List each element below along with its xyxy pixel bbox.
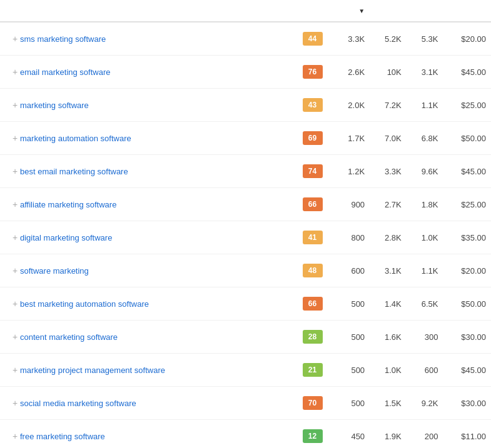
tp-cell: 6.5K — [407, 287, 443, 321]
add-keyword-button[interactable]: + — [10, 431, 20, 441]
gv-cell: 3.3K — [370, 155, 407, 188]
kd-badge: 76 — [303, 65, 323, 79]
table-row: +sms marketing software443.3K5.2K5.3K$20… — [0, 22, 491, 56]
keyword-text: digital marketing software — [20, 233, 112, 242]
tp-cell: 3.1K — [407, 56, 443, 89]
table-row: +marketing software432.0K7.2K1.1K$25.00 — [0, 89, 491, 122]
add-keyword-button[interactable]: + — [10, 199, 20, 209]
gv-cell: 1.6K — [370, 321, 407, 354]
add-keyword-button[interactable]: + — [10, 398, 20, 408]
kd-cell: 66 — [292, 287, 333, 321]
add-keyword-button[interactable]: + — [10, 332, 20, 342]
add-cell: + — [5, 260, 18, 281]
add-keyword-button[interactable]: + — [10, 34, 20, 44]
col-header-keyword[interactable] — [0, 0, 292, 22]
kd-cell: 44 — [292, 22, 333, 56]
cpc-cell: $25.00 — [443, 89, 491, 122]
keyword-cell[interactable]: +software marketing — [0, 254, 292, 287]
tp-cell: 9.6K — [407, 155, 443, 188]
add-keyword-button[interactable]: + — [10, 266, 20, 276]
table-row: +content marketing software285001.6K300$… — [0, 321, 491, 354]
kd-badge: 41 — [303, 231, 323, 244]
col-header-cpc[interactable] — [443, 0, 491, 22]
keyword-text: best email marketing software — [20, 167, 128, 176]
keyword-cell[interactable]: +marketing software — [0, 89, 292, 122]
keyword-cell[interactable]: +free marketing software — [0, 420, 292, 449]
kd-cell: 41 — [292, 221, 333, 254]
add-keyword-button[interactable]: + — [10, 100, 20, 110]
add-cell: + — [5, 392, 18, 414]
keyword-cell[interactable]: +digital marketing software — [0, 221, 292, 254]
tp-cell: 1.1K — [407, 254, 443, 287]
col-header-gv[interactable] — [370, 0, 407, 22]
keyword-table: ▼ +sms marketing software443.3K5.2K5.3K$… — [0, 0, 491, 448]
add-cell: + — [5, 161, 18, 182]
kd-badge: 44 — [303, 32, 323, 46]
add-cell: + — [5, 28, 18, 49]
keyword-cell[interactable]: +content marketing software — [0, 321, 292, 354]
volume-cell: 600 — [333, 254, 370, 287]
add-keyword-button[interactable]: + — [10, 133, 20, 143]
kd-badge: 43 — [303, 98, 323, 112]
add-cell: + — [5, 127, 18, 149]
kd-cell: 28 — [292, 321, 333, 354]
add-keyword-button[interactable]: + — [10, 67, 20, 77]
cpc-cell: $35.00 — [443, 221, 491, 254]
keyword-text: email marketing software — [20, 67, 111, 77]
tp-cell: 600 — [407, 354, 443, 387]
add-cell: + — [5, 227, 18, 248]
gv-cell: 2.7K — [370, 188, 407, 221]
keyword-cell[interactable]: +social media marketing software — [0, 387, 292, 420]
add-keyword-button[interactable]: + — [10, 365, 20, 375]
volume-cell: 2.6K — [333, 56, 370, 89]
keyword-cell[interactable]: +marketing project management software — [0, 354, 292, 387]
add-keyword-button[interactable]: + — [10, 232, 20, 242]
volume-cell: 500 — [333, 387, 370, 420]
volume-cell: 900 — [333, 188, 370, 221]
tp-cell: 200 — [407, 420, 443, 449]
kd-cell: 12 — [292, 420, 333, 449]
keyword-cell[interactable]: +best marketing automation software — [0, 287, 292, 321]
cpc-cell: $50.00 — [443, 122, 491, 155]
keyword-text: marketing software — [20, 101, 89, 110]
kd-badge: 70 — [303, 396, 323, 410]
volume-cell: 500 — [333, 321, 370, 354]
volume-cell: 450 — [333, 420, 370, 449]
cpc-cell: $45.00 — [443, 155, 491, 188]
col-header-kd[interactable] — [292, 0, 333, 22]
keyword-text: social media marketing software — [20, 399, 136, 408]
tp-cell: 6.8K — [407, 122, 443, 155]
add-cell: + — [5, 94, 18, 116]
kd-badge: 66 — [303, 297, 323, 311]
keyword-cell[interactable]: +sms marketing software — [0, 22, 292, 56]
kd-cell: 74 — [292, 155, 333, 188]
tp-cell: 1.0K — [407, 221, 443, 254]
kd-cell: 70 — [292, 387, 333, 420]
keyword-cell[interactable]: +email marketing software — [0, 56, 292, 89]
keyword-cell[interactable]: +best email marketing software — [0, 155, 292, 188]
tp-cell: 300 — [407, 321, 443, 354]
cpc-cell: $45.00 — [443, 56, 491, 89]
keyword-cell[interactable]: +marketing automation software — [0, 122, 292, 155]
col-header-tp[interactable] — [407, 0, 443, 22]
kd-cell: 21 — [292, 354, 333, 387]
tp-cell: 1.1K — [407, 89, 443, 122]
volume-cell: 1.7K — [333, 122, 370, 155]
keyword-text: best marketing automation software — [20, 299, 149, 309]
keyword-text: free marketing software — [20, 432, 105, 441]
kd-cell: 69 — [292, 122, 333, 155]
keyword-cell[interactable]: +affiliate marketing software — [0, 188, 292, 221]
add-keyword-button[interactable]: + — [10, 166, 20, 176]
volume-cell: 500 — [333, 354, 370, 387]
cpc-cell: $50.00 — [443, 287, 491, 321]
volume-cell: 1.2K — [333, 155, 370, 188]
kd-cell: 48 — [292, 254, 333, 287]
gv-cell: 1.9K — [370, 420, 407, 449]
cpc-cell: $45.00 — [443, 354, 491, 387]
add-cell: + — [5, 359, 18, 381]
add-keyword-button[interactable]: + — [10, 299, 20, 309]
tp-cell: 9.2K — [407, 387, 443, 420]
col-header-volume[interactable]: ▼ — [333, 0, 370, 22]
cpc-cell: $20.00 — [443, 254, 491, 287]
table-row: +digital marketing software418002.8K1.0K… — [0, 221, 491, 254]
